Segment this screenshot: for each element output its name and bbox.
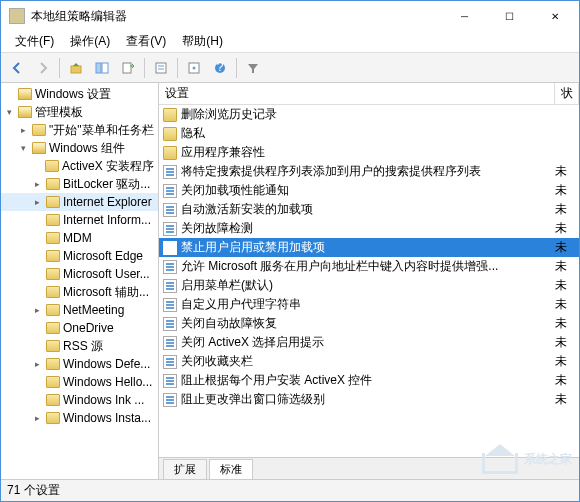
list-row-state: 未 xyxy=(555,353,575,370)
list-row-label: 应用程序兼容性 xyxy=(181,144,555,161)
setting-icon xyxy=(163,222,177,236)
list-row-label: 关闭加载项性能通知 xyxy=(181,182,555,199)
back-button[interactable] xyxy=(5,56,29,80)
tree-item[interactable]: ▸NetMeeting xyxy=(1,301,158,319)
tree-toggle-icon[interactable]: ▸ xyxy=(31,179,43,189)
list-row[interactable]: 自定义用户代理字符串未 xyxy=(159,295,579,314)
folder-icon xyxy=(46,358,60,370)
menu-file[interactable]: 文件(F) xyxy=(7,31,62,52)
tree-item[interactable]: ▸Internet Explorer xyxy=(1,193,158,211)
list-row[interactable]: 删除浏览历史记录 xyxy=(159,105,579,124)
list-body[interactable]: 删除浏览历史记录隐私应用程序兼容性将特定搜索提供程序列表添加到用户的搜索提供程序… xyxy=(159,105,579,457)
maximize-button[interactable]: ☐ xyxy=(487,2,532,30)
tree-item[interactable]: ▾管理模板 xyxy=(1,103,158,121)
folder-icon xyxy=(46,286,60,298)
tree-toggle-icon[interactable]: ▸ xyxy=(17,125,29,135)
menubar: 文件(F) 操作(A) 查看(V) 帮助(H) xyxy=(1,31,579,53)
up-button[interactable] xyxy=(64,56,88,80)
svg-rect-4 xyxy=(156,63,166,73)
tree-item[interactable]: ▸"开始"菜单和任务栏 xyxy=(1,121,158,139)
list-row[interactable]: 关闭故障检测未 xyxy=(159,219,579,238)
tree-toggle-icon[interactable]: ▸ xyxy=(31,413,43,423)
toolbar: ? xyxy=(1,53,579,83)
column-state[interactable]: 状 xyxy=(555,83,579,104)
list-row[interactable]: 阻止更改弹出窗口筛选级别未 xyxy=(159,390,579,409)
list-row[interactable]: 隐私 xyxy=(159,124,579,143)
minimize-button[interactable]: ─ xyxy=(442,2,487,30)
properties-button[interactable] xyxy=(182,56,206,80)
folder-icon xyxy=(46,322,60,334)
tree-item[interactable]: ▸Windows Insta... xyxy=(1,409,158,427)
tree-item[interactable]: Windows 设置 xyxy=(1,85,158,103)
tree-toggle-icon[interactable]: ▸ xyxy=(31,197,43,207)
list-row-label: 关闭收藏夹栏 xyxy=(181,353,555,370)
help-button[interactable]: ? xyxy=(208,56,232,80)
statusbar: 71 个设置 xyxy=(1,479,579,501)
close-button[interactable]: ✕ xyxy=(532,2,577,30)
list-row[interactable]: 将特定搜索提供程序列表添加到用户的搜索提供程序列表未 xyxy=(159,162,579,181)
list-row-state: 未 xyxy=(555,296,575,313)
svg-rect-0 xyxy=(71,66,81,73)
tab-standard[interactable]: 标准 xyxy=(209,459,253,479)
list-row-state: 未 xyxy=(555,239,575,256)
list-row[interactable]: 禁止用户启用或禁用加载项未 xyxy=(159,238,579,257)
tree-item[interactable]: Windows Ink ... xyxy=(1,391,158,409)
tree-item[interactable]: ▾Windows 组件 xyxy=(1,139,158,157)
setting-icon xyxy=(163,317,177,331)
menu-view[interactable]: 查看(V) xyxy=(118,31,174,52)
tree-panel[interactable]: Windows 设置▾管理模板▸"开始"菜单和任务栏▾Windows 组件Act… xyxy=(1,83,159,479)
list-row-label: 启用菜单栏(默认) xyxy=(181,277,555,294)
svg-rect-1 xyxy=(96,63,101,73)
setting-icon xyxy=(163,203,177,217)
tree-toggle-icon[interactable]: ▾ xyxy=(17,143,29,153)
tree-item-label: NetMeeting xyxy=(63,303,124,317)
tree-item-label: Internet Explorer xyxy=(63,195,152,209)
list-row[interactable]: 自动激活新安装的加载项未 xyxy=(159,200,579,219)
tree-item[interactable]: Microsoft Edge xyxy=(1,247,158,265)
tree-item[interactable]: Windows Hello... xyxy=(1,373,158,391)
folder-icon xyxy=(18,106,32,118)
list-row[interactable]: 允许 Microsoft 服务在用户向地址栏中键入内容时提供增强...未 xyxy=(159,257,579,276)
menu-help[interactable]: 帮助(H) xyxy=(174,31,231,52)
tree-toggle-icon[interactable]: ▸ xyxy=(31,305,43,315)
tree-item-label: Microsoft Edge xyxy=(63,249,143,263)
setting-icon xyxy=(163,184,177,198)
column-setting[interactable]: 设置 xyxy=(159,83,555,104)
tree-item-label: Windows Insta... xyxy=(63,411,151,425)
tree-item[interactable]: Microsoft 辅助... xyxy=(1,283,158,301)
folder-icon xyxy=(32,124,46,136)
tree-item[interactable]: RSS 源 xyxy=(1,337,158,355)
list-row[interactable]: 启用菜单栏(默认)未 xyxy=(159,276,579,295)
tree-toggle-icon[interactable]: ▾ xyxy=(3,107,15,117)
forward-button[interactable] xyxy=(31,56,55,80)
window-title: 本地组策略编辑器 xyxy=(31,8,442,25)
tree-item[interactable]: ▸BitLocker 驱动... xyxy=(1,175,158,193)
list-row[interactable]: 关闭 ActiveX 选择启用提示未 xyxy=(159,333,579,352)
tree-item[interactable]: Microsoft User... xyxy=(1,265,158,283)
export-button[interactable] xyxy=(116,56,140,80)
tree-item[interactable]: ActiveX 安装程序 xyxy=(1,157,158,175)
tab-extended[interactable]: 扩展 xyxy=(163,459,207,479)
content-area: Windows 设置▾管理模板▸"开始"菜单和任务栏▾Windows 组件Act… xyxy=(1,83,579,479)
tree-item[interactable]: ▸Windows Defe... xyxy=(1,355,158,373)
tree-item[interactable]: OneDrive xyxy=(1,319,158,337)
tree-item-label: Windows Defe... xyxy=(63,357,150,371)
titlebar: 本地组策略编辑器 ─ ☐ ✕ xyxy=(1,1,579,31)
tree-item[interactable]: MDM xyxy=(1,229,158,247)
menu-action[interactable]: 操作(A) xyxy=(62,31,118,52)
folder-icon xyxy=(46,304,60,316)
list-row[interactable]: 应用程序兼容性 xyxy=(159,143,579,162)
folder-icon xyxy=(18,88,32,100)
tree-toggle-icon[interactable]: ▸ xyxy=(31,359,43,369)
tree-item-label: Windows 设置 xyxy=(35,86,111,103)
filter-button[interactable] xyxy=(241,56,265,80)
list-row-label: 阻止更改弹出窗口筛选级别 xyxy=(181,391,555,408)
list-row[interactable]: 关闭自动故障恢复未 xyxy=(159,314,579,333)
show-hide-tree-button[interactable] xyxy=(90,56,114,80)
tree-item[interactable]: Internet Inform... xyxy=(1,211,158,229)
refresh-button[interactable] xyxy=(149,56,173,80)
list-row[interactable]: 关闭收藏夹栏未 xyxy=(159,352,579,371)
list-row[interactable]: 关闭加载项性能通知未 xyxy=(159,181,579,200)
list-row-label: 将特定搜索提供程序列表添加到用户的搜索提供程序列表 xyxy=(181,163,555,180)
list-row[interactable]: 阻止根据每个用户安装 ActiveX 控件未 xyxy=(159,371,579,390)
